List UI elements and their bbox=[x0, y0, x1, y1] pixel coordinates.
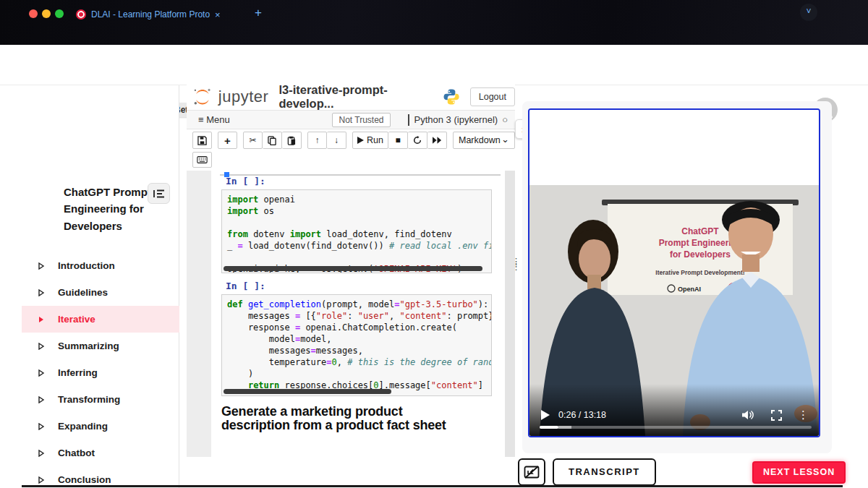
sidebar-item-label: Introduction bbox=[58, 260, 115, 271]
sidebar-item-summarizing[interactable]: Summarizing bbox=[22, 333, 179, 359]
url-bar-row: ← → ↻ learn.deeplearning.ai/chatgpt-prom… bbox=[0, 25, 868, 45]
slide-title-line3: for Developers bbox=[670, 249, 731, 260]
expand-triangle-icon[interactable] bbox=[38, 396, 45, 403]
pip-off-icon bbox=[524, 465, 540, 479]
cell-prompt: In [ ]: bbox=[226, 281, 265, 291]
run-cell-button[interactable]: Run bbox=[352, 132, 388, 149]
sidebar-item-label: Guidelines bbox=[58, 287, 108, 298]
keyboard-icon bbox=[197, 156, 208, 163]
video-player[interactable]: ChatGPT Prompt Engineering for Developer… bbox=[528, 108, 820, 437]
window-zoom-button[interactable] bbox=[55, 9, 64, 18]
jupyter-header: jupyter l3-iterative-prompt-develop... L… bbox=[192, 85, 515, 108]
sidebar-item-transforming[interactable]: Transforming bbox=[22, 386, 179, 413]
video-progress-buffered bbox=[558, 426, 571, 429]
video-progress-bar[interactable] bbox=[540, 426, 812, 429]
sidebar-item-expanding[interactable]: Expanding bbox=[22, 413, 179, 440]
transcript-button[interactable]: TRANSCRIPT bbox=[553, 458, 656, 486]
tab-close-icon[interactable]: × bbox=[215, 9, 221, 20]
sidebar-toggle-icon bbox=[153, 189, 165, 199]
picture-in-picture-button[interactable] bbox=[518, 458, 545, 486]
jupyter-logo-icon bbox=[192, 86, 213, 108]
save-button[interactable] bbox=[192, 132, 212, 149]
sidebar-item-guidelines[interactable]: Guidelines bbox=[22, 279, 179, 306]
sidebar-item-iterative-active[interactable]: Iterative bbox=[22, 306, 179, 333]
panel-drag-handle[interactable]: ⋮⋮ bbox=[511, 259, 521, 269]
sidebar-item-label: Transforming bbox=[58, 394, 120, 405]
copy-cell-button[interactable] bbox=[263, 132, 282, 149]
kernel-idle-icon: ○ bbox=[502, 114, 508, 125]
window-minimize-button[interactable] bbox=[42, 9, 51, 18]
restart-run-all-button[interactable] bbox=[427, 132, 447, 149]
expand-triangle-icon[interactable] bbox=[38, 289, 45, 296]
sidebar-item-label: Iterative bbox=[58, 314, 95, 325]
slide-title-line1: ChatGPT bbox=[681, 226, 719, 236]
expand-triangle-icon[interactable] bbox=[38, 450, 45, 457]
expand-triangle-icon[interactable] bbox=[38, 369, 45, 377]
chrome-chevron-down-icon[interactable]: ˅ bbox=[800, 4, 817, 21]
window-close-button[interactable] bbox=[29, 9, 38, 18]
sidebar-item-label: Chatbot bbox=[58, 448, 95, 458]
app-header: DeepLearning.AI Beta bbox=[0, 45, 868, 85]
code-cell-imports[interactable]: import openaiimport os from dotenv impor… bbox=[221, 189, 492, 273]
expand-triangle-icon[interactable] bbox=[38, 343, 45, 350]
cut-cell-button[interactable]: ✂ bbox=[243, 132, 263, 149]
keyboard-button[interactable] bbox=[192, 152, 212, 168]
video-play-icon[interactable] bbox=[541, 410, 550, 420]
cell-type-dropdown[interactable]: Markdown ⌄ bbox=[453, 132, 515, 149]
cell-hscrollbar[interactable] bbox=[224, 389, 391, 394]
expand-triangle-icon[interactable] bbox=[38, 423, 45, 430]
markdown-heading: Generate a marketing product description… bbox=[221, 405, 464, 432]
restart-kernel-button[interactable] bbox=[408, 132, 427, 149]
move-cell-down-button[interactable]: ↓ bbox=[327, 132, 346, 149]
paste-cell-button[interactable] bbox=[282, 132, 302, 149]
copy-icon bbox=[268, 136, 276, 145]
video-menu-icon[interactable]: ⋮ bbox=[798, 408, 809, 421]
sidebar-toggle-button[interactable] bbox=[148, 183, 170, 204]
next-lesson-button[interactable]: NEXT LESSON bbox=[752, 461, 846, 484]
video-progress-played bbox=[540, 426, 558, 429]
browser-chrome: DLAI - Learning Platform Proto × + ˅ ← →… bbox=[0, 0, 868, 45]
code-cell-get-completion[interactable]: def get_completion(prompt, model="gpt-3.… bbox=[221, 294, 492, 396]
move-cell-up-button[interactable]: ↑ bbox=[307, 132, 327, 149]
hamburger-icon: ≡ bbox=[198, 114, 204, 125]
jupyter-wordmark: jupyter bbox=[218, 87, 269, 106]
cell-prompt: In [ ]: bbox=[226, 176, 265, 187]
expand-triangle-icon[interactable] bbox=[38, 476, 45, 484]
divider bbox=[408, 114, 409, 126]
restart-icon bbox=[413, 136, 422, 145]
sidebar-item-chatbot[interactable]: Chatbot bbox=[22, 440, 179, 466]
kernel-name: Python 3 (ipykernel) bbox=[414, 114, 498, 125]
sidebar-item-label: Inferring bbox=[58, 367, 98, 378]
video-time: 0:26 / 13:18 bbox=[558, 410, 606, 420]
slide-subtitle: Iterative Prompt Development! bbox=[655, 269, 744, 276]
sidebar-item-introduction[interactable]: Introduction bbox=[22, 252, 179, 279]
add-cell-button[interactable]: + bbox=[218, 132, 237, 149]
volume-icon[interactable] bbox=[742, 410, 754, 420]
expand-triangle-icon[interactable] bbox=[38, 262, 45, 270]
interrupt-kernel-button[interactable]: ■ bbox=[388, 132, 408, 149]
menu-button[interactable]: ≡ Menu bbox=[198, 114, 230, 125]
slide-openai-label: OpenAI bbox=[678, 286, 701, 293]
logout-button[interactable]: Logout bbox=[470, 87, 515, 106]
jupyter-toolbar: + ✂ ↑ ↓ Run ■ Markdown ⌄ bbox=[192, 132, 515, 149]
fast-forward-icon bbox=[433, 137, 442, 144]
video-controls: 0:26 / 13:18 ⋮ bbox=[529, 404, 819, 426]
browser-tab[interactable]: DLAI - Learning Platform Proto × bbox=[76, 4, 250, 25]
sidebar-item-label: Summarizing bbox=[58, 341, 119, 351]
sidebar-item-inferring[interactable]: Inferring bbox=[22, 359, 179, 386]
toolbar-row-2 bbox=[192, 152, 212, 168]
python-logo-icon bbox=[443, 87, 460, 106]
paste-icon bbox=[287, 136, 296, 145]
notebook-scrollbar[interactable] bbox=[505, 171, 515, 457]
not-trusted-badge[interactable]: Not Trusted bbox=[332, 113, 390, 127]
fullscreen-icon[interactable] bbox=[771, 410, 782, 421]
new-tab-button[interactable]: + bbox=[255, 6, 262, 20]
play-icon bbox=[357, 137, 364, 144]
tab-title: DLAI - Learning Platform Proto bbox=[91, 9, 210, 20]
expand-triangle-icon[interactable] bbox=[38, 316, 45, 323]
notebook-filename[interactable]: l3-iterative-prompt-develop... bbox=[278, 83, 430, 111]
cell-hscrollbar[interactable] bbox=[224, 266, 482, 271]
jupyter-menubar: ≡ Menu Not Trusted Python 3 (ipykernel) … bbox=[187, 110, 515, 129]
floppy-icon bbox=[197, 136, 207, 145]
course-sidebar: ChatGPT Prompt Engineering for Developer… bbox=[0, 85, 179, 488]
